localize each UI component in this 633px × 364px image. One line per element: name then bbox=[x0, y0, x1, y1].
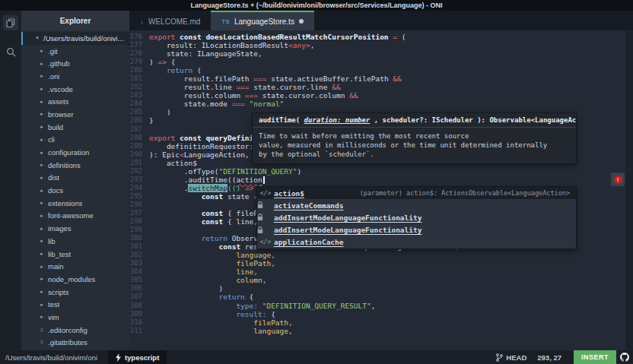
tree-item-test[interactable]: ▸test bbox=[21, 298, 129, 311]
lock-icon bbox=[257, 201, 274, 209]
tree-item--gitattributes[interactable]: ≡.gitattributes bbox=[21, 337, 129, 350]
tree-item-label: .git bbox=[46, 47, 58, 55]
activity-bar bbox=[0, 11, 21, 350]
chevron-right-icon: ▸ bbox=[38, 99, 46, 105]
tree-item-assets[interactable]: ▸assets bbox=[21, 95, 129, 108]
completion-item-addinsertmodelanguagefunctionality[interactable]: addInsertModeLanguageFunctionality bbox=[257, 224, 576, 236]
tree-item-build[interactable]: ▸build bbox=[21, 121, 129, 134]
tree-item-label: build bbox=[46, 123, 63, 131]
explorer-files-button[interactable] bbox=[3, 15, 18, 30]
tree-item-node-modules[interactable]: ▸node_modules bbox=[21, 273, 129, 286]
tree-item--oni[interactable]: ▸.oni bbox=[21, 70, 129, 83]
lightning-icon bbox=[116, 353, 121, 362]
search-icon bbox=[6, 47, 16, 57]
completion-label: activateCommands bbox=[274, 201, 344, 210]
line-number: 277 bbox=[129, 41, 149, 49]
line-number: 290 bbox=[129, 150, 149, 159]
tree-item-label: test bbox=[46, 300, 59, 309]
search-button[interactable] bbox=[3, 44, 18, 59]
tree-item-label: .github bbox=[46, 59, 70, 68]
line-text: result.line === state.cursor.line && bbox=[149, 83, 341, 91]
tree-item-vim[interactable]: ▸vim bbox=[21, 311, 129, 324]
chevron-right-icon: ▸ bbox=[38, 61, 46, 67]
line-number: 294 bbox=[129, 184, 149, 192]
git-branch-icon bbox=[496, 353, 503, 362]
line-number: 300 bbox=[129, 234, 149, 242]
code-line: 309 result: { bbox=[129, 310, 633, 318]
active-parameter: duration: number bbox=[304, 116, 371, 124]
cursor-position: 293, 27 bbox=[537, 353, 561, 362]
code-line: 277 result: ILocationBasedResult<any>, bbox=[129, 41, 633, 49]
code-line: 304 line, bbox=[129, 267, 633, 276]
line-text: .switchMap(() => { bbox=[149, 184, 262, 192]
completion-item-addinsertmodelanguagefunctionality[interactable]: addInsertModeLanguageFunctionality bbox=[257, 211, 576, 223]
completion-item-applicationcache[interactable]: </>applicationCache bbox=[257, 236, 576, 248]
tree-item-scripts[interactable]: ▸scripts bbox=[21, 286, 129, 299]
tree-item-cli[interactable]: ▸cli bbox=[21, 134, 129, 147]
tree-item--git[interactable]: ▸.git bbox=[21, 45, 129, 58]
tooltip-doc: Time to wait before emitting the most re… bbox=[253, 128, 576, 163]
tree-item-font-awesome[interactable]: ▸font-awesome bbox=[21, 210, 129, 223]
tree-item-definitions[interactable]: ▸definitions bbox=[21, 159, 129, 172]
line-text: definitionRequestor: I bbox=[149, 142, 262, 150]
line-text: ) bbox=[149, 284, 223, 293]
tree-item-lib[interactable]: ▸lib bbox=[21, 235, 129, 248]
tree-item-browser[interactable]: ▸browser bbox=[21, 108, 129, 121]
lock-icon bbox=[257, 226, 274, 234]
code-line: 292 .ofType("DEFINITION_QUERY") bbox=[129, 167, 633, 176]
tree-item-docs[interactable]: ▸docs bbox=[21, 184, 129, 197]
tree-item-label: extensions bbox=[46, 199, 82, 207]
chevron-right-icon: ▸ bbox=[38, 314, 46, 320]
code-line: 305 column, bbox=[129, 276, 633, 284]
tree-item-configuration[interactable]: ▸configuration bbox=[21, 146, 129, 159]
line-number: 309 bbox=[129, 310, 149, 318]
tree-item-label: configuration bbox=[46, 148, 89, 157]
github-octocat-icon[interactable] bbox=[616, 350, 633, 364]
modified-dot-icon bbox=[299, 19, 304, 24]
completion-item-action-[interactable]: </>action$(parameter) action$: ActionsOb… bbox=[257, 187, 576, 199]
code-line: 311 language, bbox=[129, 327, 633, 335]
tree-item-label: docs bbox=[46, 186, 63, 195]
tab-label: WELCOME.md bbox=[148, 17, 200, 26]
line-text: export const queryDefinit bbox=[149, 134, 258, 142]
tree-item-label: images bbox=[46, 224, 72, 233]
tab-bar: ↓WELCOME.mdTSLanguageStore.ts bbox=[129, 11, 633, 30]
explorer-header: Explorer bbox=[21, 11, 129, 30]
tree-item--editorconfig[interactable]: ≡.editorconfig bbox=[21, 324, 129, 337]
code-icon: </> bbox=[257, 239, 274, 245]
line-number: 283 bbox=[129, 91, 149, 100]
text-cursor bbox=[263, 176, 265, 184]
tab-languagestore-ts[interactable]: TSLanguageStore.ts bbox=[211, 11, 314, 30]
tree-item-images[interactable]: ▸images bbox=[21, 222, 129, 235]
tab-welcome-md[interactable]: ↓WELCOME.md bbox=[129, 11, 211, 30]
tree-item-label: cli bbox=[46, 135, 55, 144]
editor-scrollbar[interactable] bbox=[625, 30, 633, 350]
line-number: 279 bbox=[129, 58, 149, 66]
tree-item-root[interactable]: ▾/Users/travis/build/onivi... bbox=[21, 32, 129, 45]
completion-item-activatecommands[interactable]: activateCommands bbox=[257, 199, 576, 211]
chevron-right-icon: ▸ bbox=[38, 289, 46, 295]
chevron-right-icon: ▸ bbox=[38, 302, 46, 308]
line-text: ): Epic<LanguageAction, IL bbox=[149, 150, 262, 159]
line-number: 282 bbox=[129, 83, 149, 91]
line-number: 285 bbox=[129, 108, 149, 116]
tree-item--vscode[interactable]: ▸.vscode bbox=[21, 83, 129, 96]
line-text: result: ILocationBasedResult<any>, bbox=[149, 41, 314, 49]
line-text: filePath, bbox=[149, 318, 293, 327]
oni-window: LanguageStore.ts + (~/build/onivim/oni/b… bbox=[0, 0, 633, 364]
tree-item-label: /Users/travis/build/onivi... bbox=[41, 34, 124, 43]
code-line: 278 state: ILanguageState, bbox=[129, 49, 633, 58]
tree-item-lib-test[interactable]: ▸lib_test bbox=[21, 248, 129, 261]
chevron-right-icon: ▸ bbox=[38, 150, 46, 156]
code-line: 276export const doesLocationBasedResultM… bbox=[129, 33, 633, 41]
vim-mode-badge: INSERT bbox=[574, 350, 616, 364]
tree-item-label: font-awesome bbox=[46, 211, 94, 220]
chevron-right-icon: ▸ bbox=[38, 111, 46, 117]
tree-item-dist[interactable]: ▸dist bbox=[21, 172, 129, 185]
line-text: column, bbox=[149, 276, 266, 284]
tree-item-main[interactable]: ▸main bbox=[21, 260, 129, 273]
explorer-sidebar: Explorer ▾/Users/travis/build/onivi...▸.… bbox=[21, 11, 129, 350]
tree-item-extensions[interactable]: ▸extensions bbox=[21, 197, 129, 210]
line-number: 293 bbox=[129, 176, 149, 184]
tree-item--github[interactable]: ▸.github bbox=[21, 57, 129, 70]
